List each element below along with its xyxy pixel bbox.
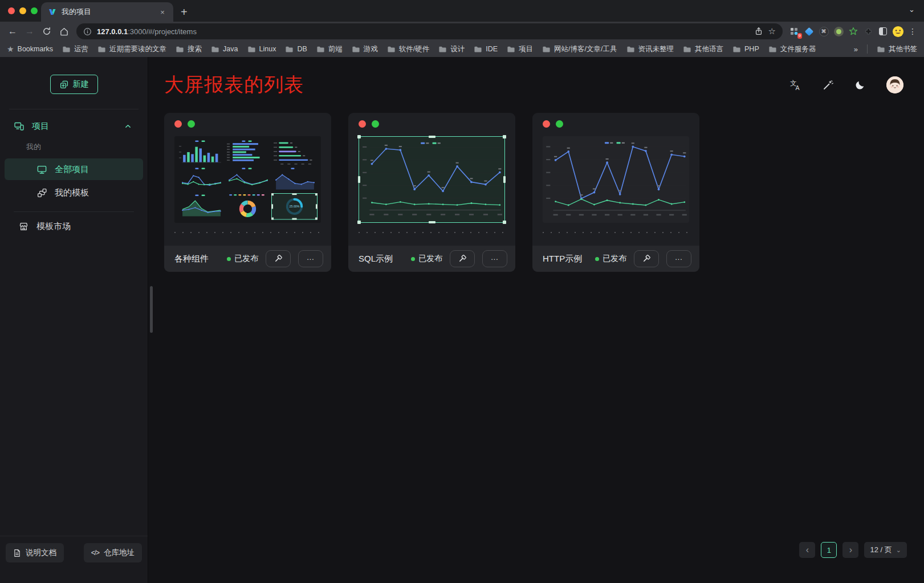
card-dot-green (372, 120, 379, 128)
selection-handle[interactable] (357, 135, 361, 138)
bookmark-folder[interactable]: 网站/博客/文章/工具 (542, 44, 617, 54)
bookmarks-overflow-icon[interactable]: » (854, 45, 858, 54)
bookmark-folder[interactable]: 运营 (62, 44, 88, 54)
user-avatar[interactable] (886, 76, 903, 93)
browser-menu-icon[interactable]: ⋮ (906, 25, 919, 38)
bookmark-folder[interactable]: 资讯未整理 (626, 44, 674, 54)
next-page-button[interactable]: › (842, 542, 858, 558)
bookmark-folder[interactable]: 软件/硬件 (387, 44, 429, 54)
bookmark-folder[interactable]: 近期需要读的文章 (97, 44, 166, 54)
mini-chart-ring: 25.00% (271, 193, 318, 220)
minimize-window-button[interactable] (19, 7, 26, 14)
more-actions-button[interactable]: ... (298, 250, 323, 267)
share-icon[interactable] (754, 27, 763, 36)
browser-tab[interactable]: 我的项目 × (41, 2, 173, 22)
sidebar-item-my-templates[interactable]: 我的模板 (5, 182, 143, 203)
dark-mode-moon-icon[interactable] (854, 79, 866, 91)
bookmark-folder[interactable]: 前端 (316, 44, 343, 54)
bookmark-folder[interactable]: 其他语言 (683, 44, 723, 54)
bookmark-folder[interactable]: Java (211, 44, 238, 54)
docs-button[interactable]: 说明文档 (6, 543, 64, 562)
url-bar[interactable]: 127.0.0.1:3000/#/project/items ☆ (76, 23, 783, 39)
current-page[interactable]: 1 (821, 542, 837, 558)
new-project-button[interactable]: 新建 (50, 75, 98, 94)
project-preview[interactable] (359, 136, 505, 223)
project-preview[interactable]: 25.00% (174, 136, 321, 223)
folder-icon (316, 45, 325, 54)
site-info-icon[interactable] (83, 27, 92, 36)
extension-icon-star[interactable] (846, 25, 860, 38)
selection-handle[interactable] (429, 221, 435, 223)
project-card[interactable]: 25.00% 各种组件 已发布 ... (164, 113, 331, 272)
extension-icon-circle[interactable] (832, 25, 845, 38)
tab-search-icon[interactable]: ⌄ (909, 5, 915, 14)
language-icon[interactable]: 文A (789, 79, 801, 91)
selection-handle[interactable] (358, 176, 360, 183)
selection-handle[interactable] (429, 136, 435, 138)
dotted-divider (355, 232, 508, 233)
bookmark-folder[interactable]: DB (285, 44, 307, 54)
home-icon[interactable] (56, 23, 72, 39)
other-bookmarks-label: 其他书签 (889, 44, 917, 54)
selection-handle[interactable] (503, 176, 506, 183)
sidebar-item-all-projects[interactable]: 全部项目 (5, 158, 143, 180)
zoom-window-button[interactable] (31, 7, 38, 14)
project-card[interactable]: HTTP示例 已发布 ... (532, 113, 699, 272)
selection-handle[interactable] (503, 221, 506, 224)
chevron-up-icon[interactable] (124, 123, 132, 130)
selection-handle[interactable] (503, 135, 506, 138)
edit-project-button[interactable] (266, 250, 291, 267)
extension-icon-badge[interactable]: 9 (787, 25, 801, 38)
new-tab-button[interactable]: + (181, 6, 188, 18)
close-window-button[interactable] (8, 7, 15, 14)
other-bookmarks[interactable]: 其他书签 (877, 44, 917, 54)
preview-widget-grid: 25.00% (174, 136, 321, 223)
project-card[interactable]: SQL示例 已发布 ... (348, 113, 515, 272)
more-actions-button[interactable]: ... (666, 250, 691, 267)
sidebar-divider (14, 211, 134, 212)
tab-title: 我的项目 (62, 7, 153, 17)
template-icon (36, 187, 47, 198)
bookmark-folder[interactable]: 文件服务器 (768, 44, 816, 54)
magic-wand-icon[interactable] (822, 79, 834, 91)
document-icon (13, 549, 21, 557)
bookmark-folder[interactable]: 搜索 (176, 44, 202, 54)
bookmarks-separator (867, 44, 868, 54)
scrollbar-thumb[interactable] (150, 286, 153, 333)
repo-button[interactable]: </> 仓库地址 (84, 543, 142, 562)
bookmark-folder[interactable]: Linux (247, 44, 276, 54)
repo-button-label: 仓库地址 (104, 548, 135, 558)
preview-line-chart (543, 136, 689, 223)
back-icon[interactable]: ← (5, 23, 21, 39)
more-actions-button[interactable]: ... (482, 250, 507, 267)
extension-icon-darkreader[interactable] (876, 25, 890, 38)
url-text[interactable]: 127.0.0.1:3000/#/project/items (97, 27, 749, 36)
svg-text:A: A (796, 84, 800, 91)
bookmarks-root[interactable]: ★ Bookmarks (7, 44, 53, 54)
page-size-select[interactable]: 12 / 页 ⌄ (864, 542, 907, 558)
project-cards-row: 25.00% 各种组件 已发布 ... SQL示例 (148, 98, 924, 272)
mini-chart-hbars (225, 139, 271, 166)
sidebar-section-project[interactable]: 项目 (5, 114, 143, 137)
tab-close-icon[interactable]: × (157, 7, 168, 17)
bookmark-folder[interactable]: IDE (474, 44, 498, 54)
bookmark-folder[interactable]: 项目 (507, 44, 533, 54)
extension-icon-diamond[interactable] (802, 25, 816, 38)
bookmark-folder[interactable]: 设计 (438, 44, 465, 54)
edit-project-button[interactable] (450, 250, 475, 267)
sidebar-item-template-market[interactable]: 模板市场 (5, 215, 143, 237)
prev-page-button[interactable]: ‹ (799, 542, 815, 558)
bookmarks-folders: 运营近期需要读的文章搜索JavaLinuxDB前端游戏软件/硬件设计IDE项目网… (62, 44, 845, 54)
card-dot-green (556, 120, 563, 128)
reload-icon[interactable] (39, 23, 55, 39)
extension-icon-puzzle[interactable] (861, 25, 875, 38)
edit-project-button[interactable] (634, 250, 659, 267)
bookmark-folder[interactable]: 游戏 (352, 44, 378, 54)
pagination: ‹ 1 › 12 / 页 ⌄ (799, 542, 907, 558)
bookmark-star-icon[interactable]: ☆ (768, 26, 776, 36)
profile-avatar-icon[interactable] (891, 25, 905, 38)
selection-handle[interactable] (357, 221, 361, 224)
project-preview[interactable] (543, 136, 689, 223)
extension-icon-command[interactable]: ⌘ (817, 25, 831, 38)
bookmark-folder[interactable]: PHP (732, 44, 759, 54)
